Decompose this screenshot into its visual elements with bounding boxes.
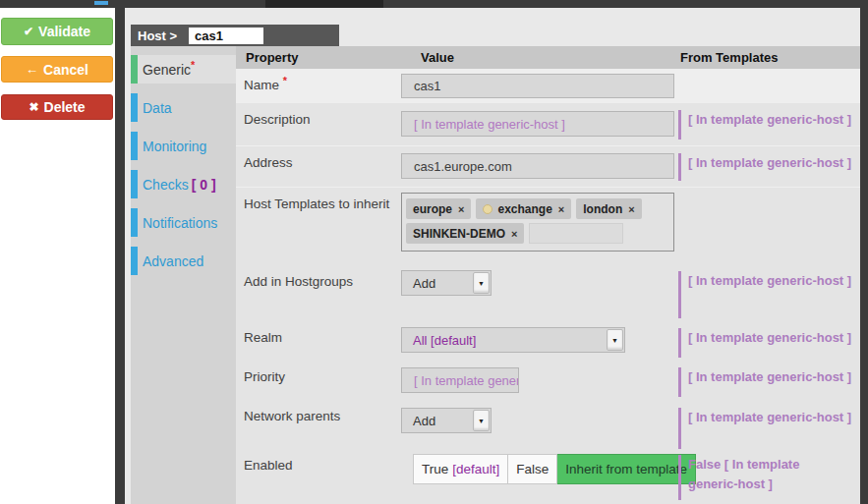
cancel-label: Cancel [43, 62, 88, 78]
tab-advanced[interactable]: Advanced [131, 247, 236, 275]
left-separator [115, 8, 125, 504]
tab-bar [131, 93, 138, 122]
network-parents-label: Network parents [236, 400, 398, 449]
host-templates-label: Host Templates to inherit [236, 188, 398, 265]
remove-tag-icon[interactable]: × [458, 203, 464, 215]
template-icon [483, 204, 492, 214]
table-row-enabled: Enabled True [default] False Inherit fro… [236, 449, 860, 504]
from-templates-column-header: From Templates [678, 46, 860, 69]
table-row-address: Address [ In template generic-host ] [236, 145, 860, 187]
action-sidebar: ✔ Validate ← Cancel ✖ Delete [0, 8, 115, 504]
tab-notifications[interactable]: Notifications [131, 208, 236, 237]
realm-select[interactable]: All [default] ▼ [401, 327, 625, 353]
from-template-note: [ In template generic-host ] [678, 367, 860, 397]
description-input[interactable] [401, 111, 674, 137]
browser-artifact [94, 1, 108, 5]
validate-label: Validate [38, 24, 90, 39]
name-input[interactable] [401, 74, 674, 98]
tab-bar [131, 208, 138, 237]
chevron-down-icon[interactable]: ▼ [607, 329, 623, 351]
network-parents-selected-value: Add [402, 414, 473, 428]
check-icon: ✔ [24, 25, 33, 38]
host-name-input[interactable] [189, 28, 263, 44]
table-row-host-templates: Host Templates to inherit europe× exchan… [236, 187, 860, 265]
window-top-bar [0, 0, 868, 8]
tab-advanced-label: Advanced [131, 253, 203, 269]
right-separator [860, 8, 868, 504]
tab-data[interactable]: Data [131, 93, 236, 122]
from-template-note: [ In template generic-host ] [678, 328, 860, 358]
tab-generic-label: Generic [143, 62, 191, 78]
table-row-realm: Realm All [default] ▼ [ In template gene… [236, 321, 860, 361]
remove-tag-icon[interactable]: × [628, 203, 634, 215]
add-template-input[interactable] [529, 223, 623, 244]
tab-bar [131, 170, 138, 198]
shinken-host-editor: ✔ Validate ← Cancel ✖ Delete Host > Gene… [0, 0, 868, 504]
enabled-label: Enabled [236, 449, 398, 504]
tab-checks-label: Checks [143, 177, 189, 193]
network-parents-select[interactable]: Add ▼ [401, 408, 492, 433]
remove-tag-icon[interactable]: × [558, 203, 564, 215]
tab-bar [131, 247, 138, 275]
realm-selected-value: All [default] [402, 333, 607, 348]
hostgroups-select[interactable]: Add ▼ [401, 270, 492, 296]
delete-button[interactable]: ✖ Delete [1, 94, 113, 120]
cross-icon: ✖ [29, 100, 38, 114]
host-templates-tagbox: europe× exchange× london× SHINKEN-DEMO× [401, 193, 674, 252]
remove-tag-icon[interactable]: × [511, 228, 517, 240]
table-row-name: Name * [236, 69, 860, 103]
table-row-network-parents: Network parents Add ▼ [ In template gene… [236, 400, 860, 449]
tab-bar [131, 132, 138, 160]
tag-label: SHINKEN-DEMO [413, 227, 505, 241]
name-label: Name [244, 78, 279, 92]
tab-column: Generic* Data Monitoring Checks[ 0 ] Not… [131, 46, 236, 504]
validate-button[interactable]: ✔ Validate [1, 18, 113, 45]
required-asterisk: * [191, 59, 195, 71]
value-column-header: Value [398, 46, 678, 69]
property-column-header: Property [236, 46, 398, 69]
template-tag-london: london× [576, 198, 641, 219]
tag-label: london [583, 202, 622, 216]
priority-input[interactable] [401, 367, 519, 393]
tab-monitoring[interactable]: Monitoring [131, 132, 236, 160]
template-tag-exchange: exchange× [476, 198, 571, 219]
tab-checks[interactable]: Checks[ 0 ] [131, 170, 236, 198]
priority-label: Priority [236, 361, 398, 400]
arrow-left-icon: ← [26, 62, 38, 77]
chevron-down-icon[interactable]: ▼ [473, 410, 490, 431]
tab-monitoring-label: Monitoring [131, 139, 206, 154]
delete-label: Delete [44, 99, 86, 115]
template-tag-europe: europe× [406, 198, 471, 219]
description-label: Description [236, 103, 398, 145]
hostgroups-label: Add in Hostgroups [236, 265, 398, 321]
from-template-note: False [ In template generic-host ] [678, 455, 836, 500]
tag-label: europe [413, 202, 452, 216]
cancel-button[interactable]: ← Cancel [1, 56, 113, 83]
tab-notifications-label: Notifications [131, 215, 217, 231]
breadcrumb: Host > [131, 25, 339, 46]
checks-count-badge: [ 0 ] [192, 177, 216, 193]
enabled-inherit-button[interactable]: Inherit from template [557, 454, 696, 484]
enabled-segmented-control: True [default] False Inherit from templa… [413, 454, 678, 484]
enabled-false-button[interactable]: False [508, 454, 557, 484]
realm-label: Realm [236, 321, 398, 361]
from-template-note: [ In template generic-host ] [678, 110, 860, 140]
property-table: Property Value From Templates Name * Des… [236, 46, 860, 504]
from-template-note: [ In template generic-host ] [678, 153, 860, 181]
tag-label: exchange [497, 202, 551, 216]
tab-generic[interactable]: Generic* [131, 55, 236, 84]
active-tab-bar [131, 55, 138, 84]
enabled-true-label: True [422, 462, 448, 476]
breadcrumb-label: Host > [131, 28, 177, 43]
address-label: Address [236, 146, 398, 187]
table-header-row: Property Value From Templates [236, 46, 860, 69]
hostgroups-selected-value: Add [402, 276, 473, 291]
table-row-description: Description [ In template generic-host ] [236, 103, 860, 145]
address-input[interactable] [401, 153, 674, 179]
window-top-notch [265, 0, 383, 8]
table-row-hostgroups: Add in Hostgroups Add ▼ [ In template ge… [236, 265, 860, 321]
enabled-true-button[interactable]: True [default] [413, 454, 508, 484]
required-asterisk: * [283, 75, 287, 86]
chevron-down-icon[interactable]: ▼ [473, 272, 490, 294]
from-template-note: [ In template generic-host ] [678, 408, 860, 449]
